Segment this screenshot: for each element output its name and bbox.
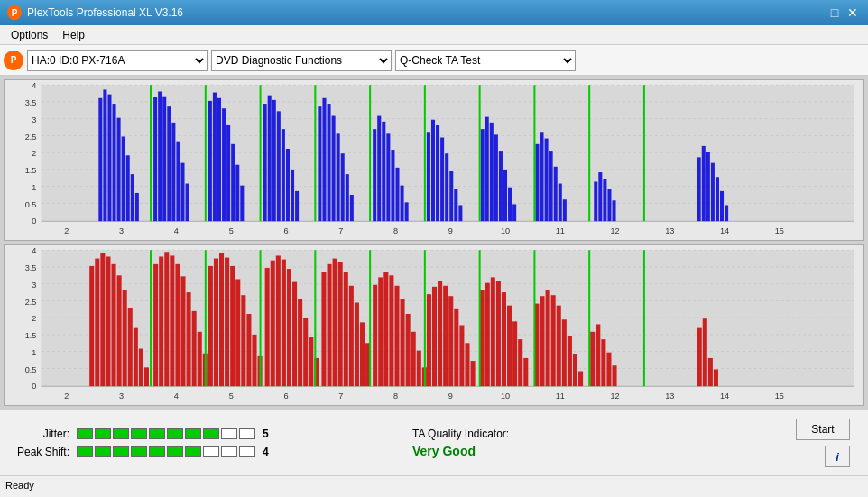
svg-rect-220	[496, 281, 501, 387]
svg-rect-33	[171, 123, 175, 221]
svg-rect-187	[309, 337, 313, 386]
svg-rect-75	[454, 189, 457, 221]
svg-rect-32	[167, 106, 171, 221]
svg-rect-68	[405, 202, 409, 221]
svg-rect-153	[117, 275, 122, 386]
svg-rect-54	[322, 98, 326, 221]
jitter-seg-5	[149, 428, 165, 439]
svg-rect-209	[432, 287, 437, 386]
svg-rect-79	[490, 123, 494, 221]
svg-rect-203	[401, 299, 405, 386]
function-select[interactable]: DVD Diagnostic Functions	[211, 50, 392, 71]
svg-text:0: 0	[32, 216, 36, 225]
svg-rect-43	[235, 165, 239, 221]
svg-text:15: 15	[775, 391, 784, 400]
svg-rect-92	[594, 181, 597, 221]
svg-rect-149	[95, 259, 99, 387]
svg-rect-59	[346, 174, 349, 221]
svg-rect-41	[226, 125, 230, 221]
toolbar-app-icon: P	[4, 51, 23, 70]
svg-rect-26	[126, 155, 130, 221]
svg-rect-71	[436, 125, 439, 221]
quality-label: TA Quality Indicator:	[412, 428, 509, 440]
close-button[interactable]: ✕	[845, 5, 861, 21]
test-select[interactable]: Q-Check TA Test	[395, 50, 576, 71]
start-button[interactable]: Start	[796, 419, 850, 440]
title-bar: P PlexTools Professional XL V3.16 — □ ✕	[0, 0, 868, 25]
svg-rect-49	[282, 129, 285, 221]
svg-rect-83	[508, 188, 512, 221]
minimize-button[interactable]: —	[808, 5, 825, 21]
svg-rect-238	[606, 353, 611, 386]
info-button[interactable]: i	[825, 446, 850, 467]
device-select[interactable]: HA:0 ID:0 PX-716A	[27, 50, 208, 71]
svg-rect-82	[503, 170, 507, 221]
svg-rect-81	[499, 151, 503, 221]
svg-text:14: 14	[720, 391, 729, 400]
svg-rect-51	[291, 170, 294, 221]
svg-rect-38	[213, 93, 217, 222]
svg-rect-161	[164, 252, 169, 386]
svg-rect-174	[235, 279, 240, 386]
svg-rect-200	[383, 272, 388, 386]
svg-rect-48	[277, 111, 281, 221]
svg-text:3: 3	[119, 226, 124, 235]
svg-rect-96	[612, 200, 615, 221]
ps-seg-4	[131, 446, 147, 457]
svg-text:2.5: 2.5	[25, 297, 37, 306]
svg-rect-235	[590, 332, 595, 386]
svg-text:6: 6	[283, 226, 288, 235]
menu-help[interactable]: Help	[55, 27, 92, 43]
svg-rect-89	[554, 167, 558, 221]
quality-section: TA Quality Indicator: Very Good	[394, 428, 796, 458]
svg-rect-45	[263, 104, 267, 221]
toolbar: P HA:0 ID:0 PX-716A DVD Diagnostic Funct…	[0, 45, 868, 76]
svg-text:11: 11	[556, 226, 565, 235]
svg-rect-101	[716, 177, 719, 221]
svg-rect-233	[573, 354, 577, 386]
svg-rect-194	[349, 286, 354, 386]
svg-rect-204	[406, 314, 411, 386]
jitter-seg-1	[77, 428, 93, 439]
jitter-seg-7	[185, 428, 201, 439]
svg-text:15: 15	[775, 226, 784, 235]
svg-rect-25	[122, 136, 125, 221]
svg-text:1.5: 1.5	[25, 166, 37, 175]
svg-rect-231	[562, 319, 567, 386]
svg-rect-91	[563, 199, 567, 221]
bottom-panel: Jitter: 5 Peak Shift:	[0, 410, 868, 475]
svg-rect-222	[507, 306, 512, 387]
svg-rect-100	[711, 163, 715, 222]
ps-seg-8	[203, 446, 219, 457]
svg-rect-183	[287, 269, 291, 386]
svg-rect-62	[377, 116, 381, 222]
window-controls: — □ ✕	[808, 5, 861, 21]
svg-rect-156	[134, 328, 138, 387]
svg-rect-215	[465, 343, 469, 386]
jitter-meter	[77, 428, 255, 439]
maximize-button[interactable]: □	[826, 5, 843, 21]
svg-rect-31	[162, 97, 166, 221]
svg-text:4: 4	[174, 226, 179, 235]
svg-rect-184	[292, 282, 297, 387]
svg-rect-148	[89, 266, 94, 386]
svg-rect-154	[123, 290, 127, 386]
start-section: Start i	[796, 419, 857, 467]
menu-options[interactable]: Options	[4, 27, 55, 43]
jitter-seg-6	[167, 428, 183, 439]
svg-text:2: 2	[32, 314, 36, 323]
svg-rect-191	[333, 259, 337, 387]
svg-rect-47	[272, 100, 276, 221]
svg-rect-223	[512, 321, 517, 386]
svg-rect-44	[240, 186, 244, 222]
peakshift-label: Peak Shift:	[11, 446, 69, 458]
svg-rect-240	[697, 328, 702, 387]
svg-rect-180	[271, 261, 275, 387]
svg-rect-198	[373, 285, 377, 386]
svg-rect-72	[440, 138, 444, 222]
svg-rect-190	[328, 264, 332, 386]
svg-text:12: 12	[610, 391, 619, 400]
jitter-label: Jitter:	[11, 428, 69, 440]
svg-text:11: 11	[556, 391, 565, 400]
svg-text:1.5: 1.5	[25, 331, 37, 340]
